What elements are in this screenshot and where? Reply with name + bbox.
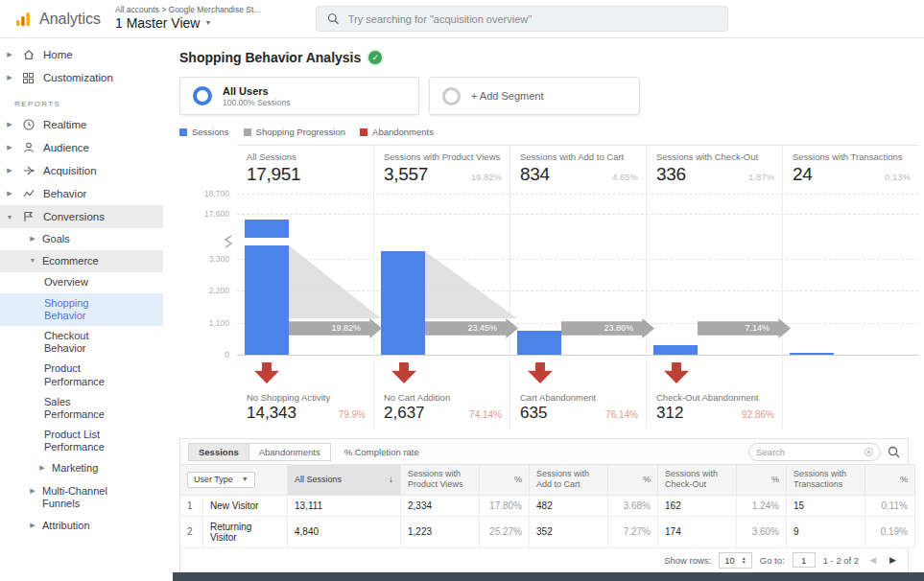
sidebar-item-goals[interactable]: ▶ Goals [0,228,163,250]
caret-down-icon: ▼ [29,257,36,265]
col-checkout[interactable]: Sessions with Check-Out [658,465,737,496]
legend-item-shopping-progression: Shopping Progression [244,127,345,137]
table-search-input[interactable] [756,447,860,457]
user-type-table: User Type ▼ All Sessions ↓ Sessions with… [179,464,915,548]
sidebar-item-realtime[interactable]: ▶ Realtime [0,113,163,136]
sidebar-item-sales-performance[interactable]: Sales Performance [0,392,163,425]
abandonment-arrow [254,362,279,383]
funnel-abandon-cell: No Shopping Activity14,34379.9% [237,359,373,429]
funnel-stage-label: All Sessions [247,151,366,162]
col-product-views[interactable]: Sessions with Product Views [401,465,480,496]
sidebar-item-label: Marketing [52,462,98,475]
sidebar-item-label: Ecommerce [42,255,99,267]
funnel-bar-top-segment [245,220,289,238]
add-segment-label: + Add Segment [471,90,544,102]
search-icon[interactable] [888,446,900,458]
behavior-icon [21,188,36,199]
legend-label: Abandonments [372,127,434,137]
breadcrumb[interactable]: All accounts > Google Merchandise St... [115,5,260,15]
segment-all-users[interactable]: All Users 100.00% Sessions [179,77,419,115]
col-product-views-pct[interactable]: % [480,465,530,496]
table-row[interactable]: 2 Returning Visitor 4,840 1,223 25.27% 3… [180,516,915,547]
funnel-abandon-cell: Cart Abandonment63576.14% [509,359,646,429]
tab-abandonments[interactable]: Abandonments [249,443,331,461]
tab-sessions[interactable]: Sessions [188,443,249,461]
sidebar-item-overview[interactable]: Overview [0,272,163,292]
sidebar-item-multi-channel-funnels[interactable]: ▶ Multi-Channel Funnels [0,480,163,515]
sidebar-item-behavior[interactable]: ▶ Behavior [0,182,163,205]
progression-arrow: 19.82% [289,318,382,338]
funnel-abandon-cell: No Cart Addition2,63774.14% [373,359,509,429]
sidebar-item-ecommerce[interactable]: ▼ Ecommerce [0,250,163,272]
table-search[interactable] [748,443,881,461]
sidebar-item-checkout-behavior[interactable]: Checkout Behavior [0,326,163,359]
abandon-label: Check-Out Abandonment [656,392,774,403]
sidebar-item-product-list-performance[interactable]: Product List Performance [0,425,163,457]
acquisition-icon [21,165,36,176]
y-axis-label: 1,100 [181,318,229,328]
sidebar-item-attribution[interactable]: ▶ Attribution [0,515,163,537]
funnel-stage-header: Sessions with Product Views3,55719.82% [373,146,509,188]
funnel-stage-rate: 4.65% [612,172,638,182]
cell-all-sessions: 4,840 [288,516,401,547]
table-toolbar: Sessions Abandonments % Completion rate [179,438,909,464]
sidebar-item-shopping-behavior[interactable]: Shopping Behavior [0,293,163,326]
caret-right-icon: ▶ [6,51,13,58]
horizontal-scrollbar[interactable] [173,572,924,581]
legend-item-sessions: Sessions [179,127,229,137]
completion-rate-label[interactable]: % Completion rate [344,447,419,457]
sidebar-item-acquisition[interactable]: ▶ Acquisition [0,159,163,182]
logo-area[interactable]: Analytics [0,10,115,29]
funnel-stage-label: Sessions with Add to Cart [520,151,638,162]
view-selector[interactable]: 1 Master View ▼ [115,15,260,33]
col-add-to-cart-pct[interactable]: % [608,465,658,496]
chart-gridline [237,355,918,356]
progression-arrow: 23.45% [425,318,518,338]
cell-add-to-cart-rate: 7.27% [608,516,658,547]
sidebar-item-audience[interactable]: ▶ Audience [0,136,163,159]
y-axis-label: 2,200 [181,286,229,295]
advanced-search-icon[interactable] [865,448,873,456]
col-all-sessions[interactable]: All Sessions ↓ [288,465,401,496]
table-row[interactable]: 1 New Visitor 13,111 2,334 17.80% 482 3.… [180,495,915,516]
sidebar-item-marketing[interactable]: ▶ Marketing [0,457,163,479]
funnel-stage-value: 3,557 [384,164,428,185]
abandonment-arrow [664,362,689,383]
sidebar-item-conversions[interactable]: ▼ Conversions [0,205,163,228]
table-header-row: User Type ▼ All Sessions ↓ Sessions with… [180,465,915,496]
sidebar-item-home[interactable]: ▶ Home [0,43,163,66]
col-checkout-pct[interactable]: % [737,465,787,496]
legend-label: Sessions [192,127,229,137]
global-search[interactable] [316,6,728,32]
row-index: 2 [180,516,203,547]
legend-swatch-sessions [179,128,187,136]
abandon-rate: 79.9% [339,409,366,420]
y-axis-label: 0 [181,350,229,360]
next-page-button[interactable]: ▶ [887,555,899,565]
chevron-down-icon: ▼ [204,19,211,28]
goto-page-input[interactable] [793,552,816,568]
col-user-type: User Type ▼ [180,465,288,496]
cell-checkout-rate: 3.60% [737,516,787,547]
user-type-dropdown[interactable]: User Type ▼ [187,472,255,488]
col-transactions-pct[interactable]: % [865,465,915,496]
progression-arrow: 23.86% [561,318,654,338]
add-segment-button[interactable]: + Add Segment [429,77,640,115]
sidebar-item-product-performance[interactable]: Product Performance [0,359,163,391]
cell-checkout: 174 [658,516,737,547]
abandon-value: 2,637 [384,404,425,423]
funnel-stage-label: Sessions with Check-Out [656,151,774,162]
prev-page-button[interactable]: ◀ [866,555,879,565]
sidebar-item-label: Home [43,49,73,60]
customization-icon [21,73,36,83]
show-rows-select[interactable]: 10 ▲▼ [719,552,752,569]
segment-ring-icon [442,87,461,105]
caret-right-icon: ▶ [29,487,36,495]
col-transactions[interactable]: Sessions with Transactions [787,465,865,496]
y-axis-label: 18,700 [181,189,229,198]
cell-user-type: Returning Visitor [203,516,288,547]
abandonment-arrow [391,362,416,383]
global-search-input[interactable] [348,13,718,25]
col-add-to-cart[interactable]: Sessions with Add to Cart [530,465,608,496]
sidebar-item-customization[interactable]: ▶ Customization [0,66,163,89]
